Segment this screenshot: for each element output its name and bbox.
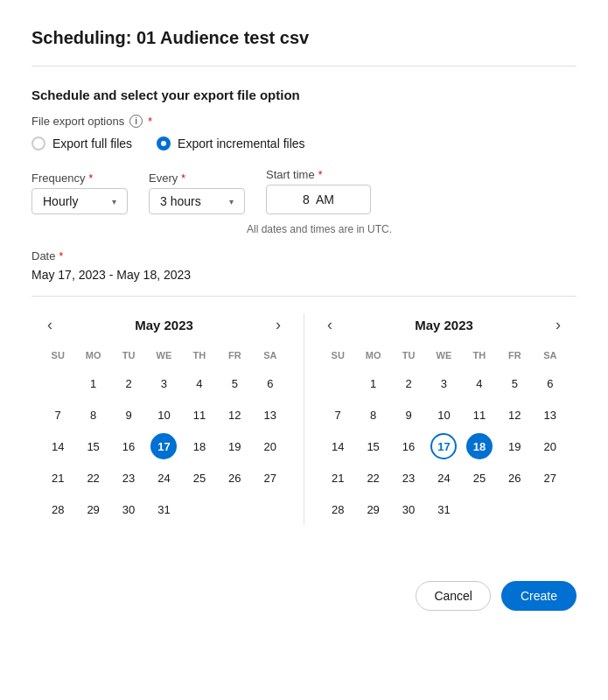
every-value: 3 hours <box>160 194 201 208</box>
table-row[interactable]: 5 <box>217 368 252 399</box>
table-row[interactable]: 29 <box>75 494 110 525</box>
table-row[interactable]: 23 <box>111 462 146 494</box>
table-row[interactable]: 18 <box>462 430 497 462</box>
scheduling-modal: Scheduling: 01 Audience test csv Schedul… <box>0 0 608 700</box>
col-sa: SA <box>533 346 568 368</box>
table-row[interactable]: 13 <box>253 399 288 430</box>
table-row[interactable]: 17 <box>426 430 461 462</box>
every-chevron: ▾ <box>229 197 234 206</box>
table-row[interactable]: 21 <box>40 462 75 494</box>
table-row[interactable]: 17 <box>146 430 181 462</box>
start-time-required: * <box>318 169 323 181</box>
info-icon[interactable]: i <box>129 115 143 128</box>
frequency-required: * <box>88 172 93 185</box>
cal-right-month: May 2023 <box>415 318 473 332</box>
table-row[interactable]: 1 <box>355 368 390 399</box>
table-row[interactable]: 7 <box>40 399 75 430</box>
table-row[interactable]: 14 <box>320 430 355 462</box>
table-row[interactable]: 7 <box>320 399 355 430</box>
table-row[interactable]: 28 <box>40 494 75 525</box>
table-row[interactable]: 26 <box>217 462 252 494</box>
table-row[interactable]: 6 <box>253 368 288 399</box>
table-row[interactable]: 30 <box>111 494 146 525</box>
table-row[interactable]: 29 <box>355 494 390 525</box>
table-row[interactable]: 2 <box>391 368 426 399</box>
table-row[interactable]: 20 <box>533 430 568 462</box>
every-dropdown[interactable]: 3 hours ▾ <box>149 188 245 214</box>
table-row <box>40 368 75 399</box>
table-row[interactable]: 31 <box>426 494 461 525</box>
table-row[interactable]: 3 <box>146 368 181 399</box>
col-we: WE <box>426 346 461 368</box>
table-row[interactable]: 21 <box>320 462 355 494</box>
table-row[interactable]: 31 <box>146 494 181 525</box>
table-row[interactable]: 11 <box>182 399 217 430</box>
table-row[interactable]: 30 <box>391 494 426 525</box>
modal-title: Scheduling: 01 Audience test csv <box>31 28 577 48</box>
col-fr: FR <box>497 346 532 368</box>
table-row[interactable]: 12 <box>497 399 532 430</box>
table-row[interactable]: 8 <box>75 399 110 430</box>
table-row[interactable]: 26 <box>497 462 532 494</box>
table-row[interactable]: 18 <box>182 430 217 462</box>
radio-full-files[interactable]: Export full files <box>31 136 132 150</box>
table-row[interactable]: 1 <box>75 368 110 399</box>
cal-right-header: ‹ May 2023 › <box>320 314 568 336</box>
table-row[interactable]: 27 <box>533 462 568 494</box>
modal-footer: Cancel Create <box>31 567 577 611</box>
col-th: TH <box>182 346 217 368</box>
table-row[interactable]: 15 <box>355 430 390 462</box>
table-row <box>497 494 532 525</box>
col-tu: TU <box>391 346 426 368</box>
table-row[interactable]: 16 <box>111 430 146 462</box>
table-row[interactable]: 13 <box>533 399 568 430</box>
create-button[interactable]: Create <box>501 581 577 611</box>
col-tu: TU <box>111 346 146 368</box>
table-row[interactable]: 11 <box>462 399 497 430</box>
radio-circle-full <box>31 136 45 150</box>
table-row[interactable]: 19 <box>497 430 532 462</box>
table-row[interactable]: 24 <box>426 462 461 494</box>
table-row <box>182 494 217 525</box>
frequency-dropdown[interactable]: Hourly ▾ <box>31 188 128 214</box>
table-row[interactable]: 25 <box>462 462 497 494</box>
table-row[interactable]: 10 <box>426 399 461 430</box>
table-row[interactable]: 24 <box>146 462 181 494</box>
cal-left-next[interactable]: › <box>269 314 288 336</box>
table-row[interactable]: 4 <box>462 368 497 399</box>
start-time-input[interactable] <box>266 185 371 214</box>
table-row[interactable]: 14 <box>40 430 75 462</box>
table-row[interactable]: 10 <box>146 399 181 430</box>
frequency-chevron: ▾ <box>112 197 116 206</box>
calendars-row: ‹ May 2023 › SU MO TU WE TH FR SA <box>31 296 577 525</box>
table-row[interactable]: 22 <box>355 462 390 494</box>
table-row[interactable]: 19 <box>217 430 252 462</box>
date-label: Date * <box>31 249 577 262</box>
table-row[interactable]: 27 <box>253 462 288 494</box>
table-row[interactable]: 22 <box>75 462 110 494</box>
table-row[interactable]: 4 <box>182 368 217 399</box>
table-row[interactable]: 12 <box>217 399 252 430</box>
table-row[interactable]: 28 <box>320 494 355 525</box>
table-row[interactable]: 2 <box>111 368 146 399</box>
table-row[interactable]: 20 <box>253 430 288 462</box>
cancel-button[interactable]: Cancel <box>416 581 491 611</box>
table-row[interactable]: 5 <box>497 368 532 399</box>
start-time-group: Start time * <box>266 168 371 214</box>
frequency-value: Hourly <box>43 194 78 208</box>
table-row[interactable]: 3 <box>426 368 461 399</box>
table-row[interactable]: 23 <box>391 462 426 494</box>
table-row[interactable]: 25 <box>182 462 217 494</box>
radio-full-label: Export full files <box>52 136 132 150</box>
cal-left-prev[interactable]: ‹ <box>40 314 59 336</box>
table-row[interactable]: 9 <box>111 399 146 430</box>
table-row[interactable]: 16 <box>391 430 426 462</box>
table-row[interactable]: 6 <box>533 368 568 399</box>
radio-incremental-files[interactable]: Export incremental files <box>157 136 305 150</box>
table-row <box>217 494 252 525</box>
cal-right-next[interactable]: › <box>549 314 568 336</box>
table-row[interactable]: 9 <box>391 399 426 430</box>
table-row[interactable]: 8 <box>355 399 390 430</box>
cal-right-prev[interactable]: ‹ <box>320 314 339 336</box>
table-row[interactable]: 15 <box>75 430 110 462</box>
